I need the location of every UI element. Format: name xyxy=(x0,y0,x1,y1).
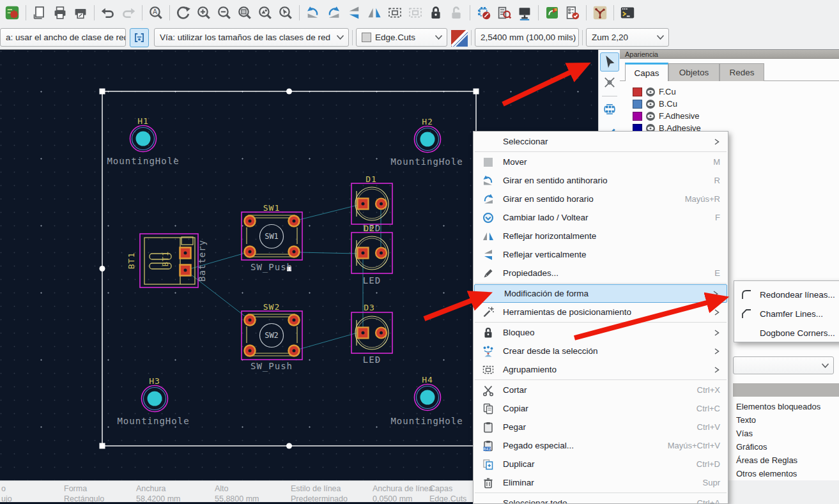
plot-button[interactable] xyxy=(71,3,90,22)
page-settings-button[interactable] xyxy=(30,3,49,22)
zoom-fit-objects-button[interactable] xyxy=(256,3,275,22)
redo-button[interactable] xyxy=(119,3,138,22)
footprint-editor-button[interactable] xyxy=(474,3,493,22)
select-icon xyxy=(602,54,617,70)
footprint-h2[interactable]: H2 MountingHole xyxy=(390,117,463,167)
zoom-selection-button[interactable] xyxy=(276,3,295,22)
ratsnest-icon xyxy=(602,75,617,90)
footprint-h1[interactable]: H1 MountingHole xyxy=(107,116,179,166)
filter-item[interactable]: Áreas de Reglas xyxy=(736,454,838,467)
mirror-horizontal-button[interactable] xyxy=(365,3,384,22)
svg-text:D1: D1 xyxy=(366,174,377,184)
menu-item-pegar[interactable]: PegarCtrl+V xyxy=(473,418,728,436)
submenu-item-redondear-líneas[interactable]: Redondear líneas... xyxy=(734,285,839,304)
layer-row-b-cu[interactable]: B.Cu xyxy=(633,98,677,110)
group-button[interactable] xyxy=(385,3,404,22)
active-layer-combo[interactable]: Edge.Cuts xyxy=(356,28,447,47)
select-tool-button[interactable] xyxy=(600,52,619,72)
zoom-out-button[interactable] xyxy=(215,3,234,22)
footprint-d2[interactable]: D2 LED xyxy=(351,224,392,286)
update-pcb-button[interactable] xyxy=(543,3,562,22)
zoom-in-icon xyxy=(196,5,212,20)
menu-item-cortar[interactable]: CortarCtrl+X xyxy=(473,381,728,399)
footprint-h4[interactable]: H4 MountingHole xyxy=(390,375,463,426)
footprint-d3[interactable]: D3 LED xyxy=(351,303,392,365)
filter-item[interactable]: Otros elementos xyxy=(736,467,838,480)
footprint-sw1[interactable]: SW1 SW1 SW_Push xyxy=(242,203,302,273)
zoom-fit-page-button[interactable] xyxy=(235,3,254,22)
footprint-editor-icon xyxy=(476,5,491,20)
footprint-tool-button[interactable] xyxy=(600,100,619,119)
auto-track-width-toggle[interactable] xyxy=(130,28,149,47)
undo-button[interactable] xyxy=(98,3,118,22)
menu-item-girar-en-sentido-horario[interactable]: Girar en sentido horarioMayús+R xyxy=(473,190,728,208)
filter-item[interactable]: Vías xyxy=(736,427,838,440)
menu-item-seleccionar-todo[interactable]: Seleccionar todoCtrl+A xyxy=(473,494,728,504)
via-size-combo[interactable]: Vía: utilizar los tamaños de las clases … xyxy=(154,28,349,47)
menu-item-reflejar-horizontalmente[interactable]: Reflejar horizontalmente xyxy=(473,227,728,245)
drc-button[interactable] xyxy=(563,3,582,22)
pcb-setup-button[interactable] xyxy=(3,3,22,22)
grid-combo[interactable]: 2,5400 mm (100,00 mils) xyxy=(475,28,579,47)
print-button[interactable] xyxy=(50,3,70,22)
menu-item-mover[interactable]: MoverM xyxy=(473,153,728,171)
menu-item-crear-desde-la-selección[interactable]: Crear desde la selección xyxy=(473,342,728,360)
layer-color-swatch[interactable] xyxy=(633,100,642,109)
footprint-bt1[interactable]: BT1 BT1 Battery xyxy=(127,234,207,287)
layer-row-f-cu[interactable]: F.Cu xyxy=(633,86,676,98)
ungroup-button[interactable] xyxy=(406,3,425,22)
viewer-3d-button[interactable] xyxy=(515,3,534,22)
eye-icon[interactable] xyxy=(645,99,656,109)
menu-item-cambiar-lado-voltear[interactable]: Cambiar lado / VoltearF xyxy=(473,208,728,227)
ratsnest-tool-button[interactable] xyxy=(600,73,619,92)
menu-item-herramientas-de-posicionamiento[interactable]: Herramientas de posicionamiento xyxy=(473,303,728,321)
appearance-title: Apariencia xyxy=(620,50,839,59)
menu-item-agrupamiento[interactable]: Agrupamiento xyxy=(473,360,728,379)
eye-icon[interactable] xyxy=(645,87,656,97)
svg-text:LED: LED xyxy=(363,275,381,286)
layer-row-f-adhesive[interactable]: F.Adhesive xyxy=(633,110,700,122)
menu-shortcut: Ctrl+V xyxy=(697,422,721,432)
mirror-vertical-button[interactable] xyxy=(344,3,364,22)
zoom-auto-button[interactable]: A xyxy=(146,3,165,22)
zoom-combo[interactable]: Zum 2,20 xyxy=(586,28,669,47)
rotate-cw-button[interactable] xyxy=(324,3,343,22)
submenu-item-chamfer-lines[interactable]: Chamfer Lines... xyxy=(734,304,839,323)
submenu-item-dogbone-corners[interactable]: Dogbone Corners... xyxy=(734,323,839,342)
rotate-ccw-button[interactable] xyxy=(304,3,323,22)
menu-item-eliminar[interactable]: EliminarSupr xyxy=(473,473,728,492)
menu-item-bloqueo[interactable]: Bloqueo xyxy=(473,323,728,342)
drc-icon xyxy=(565,5,580,20)
menu-item-reflejar-verticalmente[interactable]: Reflejar verticalmente xyxy=(473,245,728,264)
filter-item[interactable]: Gráficos xyxy=(736,440,838,454)
net-inspector-button[interactable] xyxy=(590,3,610,22)
menu-item-copiar[interactable]: CopiarCtrl+C xyxy=(473,399,728,418)
menu-item-pegado-especial[interactable]: R42Pegado especial...Mayús+Ctrl+V xyxy=(473,436,728,455)
menu-item-modificación-de-forma[interactable]: Modificación de forma xyxy=(474,284,727,303)
lock-button[interactable] xyxy=(426,3,445,22)
tab-redes[interactable]: Redes xyxy=(720,63,764,81)
layer-color-swatch[interactable] xyxy=(633,112,642,121)
footprint-browser-button[interactable] xyxy=(495,3,514,22)
layer-color-swatch[interactable] xyxy=(633,88,642,96)
menu-item-duplicar[interactable]: DuplicarCtrl+D xyxy=(473,455,728,473)
refresh-button[interactable] xyxy=(174,3,193,22)
menu-label: Cambiar lado / Voltear xyxy=(498,213,589,222)
menu-item-seleccionar[interactable]: Seleccionar xyxy=(473,132,728,151)
layer-pair-indicator[interactable] xyxy=(451,30,468,49)
scripting-console-button[interactable] xyxy=(618,3,637,22)
menu-item-girar-en-sentido-antihorario[interactable]: Girar en sentido antihorarioR xyxy=(473,171,728,190)
menu-shortcut: Ctrl+C xyxy=(697,404,721,413)
footprint-h3[interactable]: H3 MountingHole xyxy=(117,376,189,426)
eye-icon[interactable] xyxy=(645,111,656,121)
track-width-combo[interactable]: a: usar el ancho de clase de red xyxy=(0,28,126,47)
preset-combo[interactable] xyxy=(733,356,834,374)
menu-item-propiedades[interactable]: Propiedades...E xyxy=(473,264,728,282)
filter-item[interactable]: Elementos bloqueados xyxy=(736,400,838,413)
filter-item[interactable]: Texto xyxy=(736,413,838,427)
zoom-in-button[interactable] xyxy=(194,3,213,22)
tab-capas[interactable]: Capas xyxy=(625,63,668,81)
tab-objetos[interactable]: Objetos xyxy=(668,63,720,81)
footprint-sw2[interactable]: SW2 SW2 SW_Push xyxy=(242,302,302,372)
unlock-button[interactable] xyxy=(447,3,466,22)
